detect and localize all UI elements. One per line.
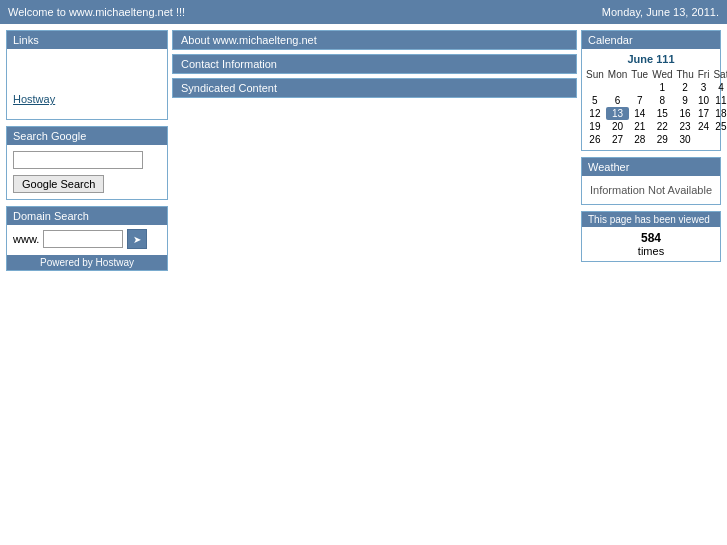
contact-panel-header: Contact Information [173,55,576,73]
calendar-day-cell: 16 [675,107,696,120]
calendar-day-cell: 24 [696,120,712,133]
calendar-week-row: 1234 [584,81,727,94]
calendar-day-cell: 18 [711,107,727,120]
calendar-day-header: Wed [650,68,674,81]
calendar-day-cell: 13 [606,107,629,120]
right-column: Calendar June 111 SunMonTueWedThuFriSat … [581,30,721,262]
calendar-header-row: SunMonTueWedThuFriSat [584,68,727,81]
calendar-day-cell [696,133,712,146]
calendar-day-cell: 21 [629,120,650,133]
calendar-day-cell: 11 [711,94,727,107]
links-panel-header: Links [7,31,167,49]
calendar-day-cell: 17 [696,107,712,120]
calendar-month-year: June 111 [584,53,718,65]
calendar-day-cell [606,81,629,94]
calendar-panel-body: June 111 SunMonTueWedThuFriSat 123456789… [582,49,720,150]
calendar-day-cell [711,133,727,146]
calendar-day-cell: 4 [711,81,727,94]
domain-search-input[interactable] [43,230,123,248]
calendar-day-cell: 8 [650,94,674,107]
syndicated-panel-header: Syndicated Content [173,79,576,97]
about-panel-header: About www.michaelteng.net [173,31,576,49]
calendar-day-cell: 10 [696,94,712,107]
main-layout: Links Hostway Search Google Google Searc… [0,24,727,277]
powered-by-label: Powered by Hostway [7,255,167,270]
left-column: Links Hostway Search Google Google Searc… [6,30,168,271]
links-panel-body: Hostway [7,49,167,119]
view-count: 584 [588,231,714,245]
calendar-day-cell: 15 [650,107,674,120]
calendar-day-cell: 6 [606,94,629,107]
calendar-day-cell: 29 [650,133,674,146]
about-panel: About www.michaelteng.net [172,30,577,50]
view-label: times [588,245,714,257]
calendar-day-cell: 28 [629,133,650,146]
domain-panel-header: Domain Search [7,207,167,225]
middle-column: About www.michaelteng.net Contact Inform… [172,30,577,98]
calendar-day-cell: 22 [650,120,674,133]
weather-status: Information Not Available [590,184,712,196]
calendar-day-cell: 2 [675,81,696,94]
calendar-week-row: 12131415161718 [584,107,727,120]
calendar-table: SunMonTueWedThuFriSat 123456789101112131… [584,68,727,146]
calendar-day-cell [584,81,606,94]
calendar-day-cell: 25 [711,120,727,133]
domain-panel-body: www. ➤ Powered by Hostway [7,225,167,270]
contact-panel: Contact Information [172,54,577,74]
calendar-day-cell: 3 [696,81,712,94]
www-prefix: www. [13,233,39,245]
calendar-day-header: Fri [696,68,712,81]
calendar-body: 1234567891011121314151617181920212223242… [584,81,727,146]
calendar-day-header: Mon [606,68,629,81]
calendar-week-row: 2627282930 [584,133,727,146]
calendar-day-header: Tue [629,68,650,81]
search-panel-header: Search Google [7,127,167,145]
calendar-day-cell: 30 [675,133,696,146]
views-panel: This page has been viewed 584 times [581,211,721,262]
search-google-panel: Search Google Google Search [6,126,168,200]
calendar-day-cell: 7 [629,94,650,107]
header: Welcome to www.michaelteng.net !!! Monda… [0,0,727,24]
calendar-day-cell: 14 [629,107,650,120]
calendar-day-cell: 5 [584,94,606,107]
views-panel-body: 584 times [582,227,720,261]
calendar-day-cell: 9 [675,94,696,107]
views-panel-header: This page has been viewed [582,212,720,227]
calendar-day-cell: 23 [675,120,696,133]
calendar-panel: Calendar June 111 SunMonTueWedThuFriSat … [581,30,721,151]
calendar-day-cell: 1 [650,81,674,94]
calendar-day-header: Thu [675,68,696,81]
calendar-day-header: Sat [711,68,727,81]
welcome-text: Welcome to www.michaelteng.net !!! [8,6,185,18]
calendar-week-row: 567891011 [584,94,727,107]
google-search-button[interactable]: Google Search [13,175,104,193]
calendar-day-header: Sun [584,68,606,81]
calendar-week-row: 19202122232425 [584,120,727,133]
domain-search-button[interactable]: ➤ [127,229,147,249]
domain-search-panel: Domain Search www. ➤ Powered by Hostway [6,206,168,271]
calendar-day-cell: 27 [606,133,629,146]
weather-panel: Weather Information Not Available [581,157,721,205]
calendar-day-cell: 20 [606,120,629,133]
links-panel: Links Hostway [6,30,168,120]
weather-panel-header: Weather [582,158,720,176]
calendar-day-cell [629,81,650,94]
search-panel-body: Google Search [7,145,167,199]
calendar-panel-header: Calendar [582,31,720,49]
google-search-input[interactable] [13,151,143,169]
domain-input-row: www. ➤ [13,229,161,249]
calendar-day-cell: 26 [584,133,606,146]
date-text: Monday, June 13, 2011. [602,6,719,18]
syndicated-panel: Syndicated Content [172,78,577,98]
weather-panel-body: Information Not Available [582,176,720,204]
hostway-link[interactable]: Hostway [13,93,161,105]
calendar-day-cell: 12 [584,107,606,120]
calendar-day-cell: 19 [584,120,606,133]
